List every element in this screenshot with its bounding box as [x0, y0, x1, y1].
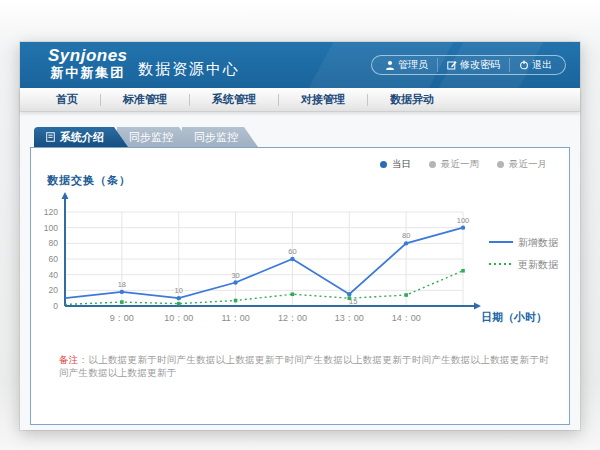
nav-item-2[interactable]: 系统管理 [190, 92, 278, 107]
data-point [404, 241, 408, 245]
x-tick-label: 9：00 [110, 313, 134, 323]
data-point [404, 293, 408, 297]
chart: 0204060801001209：0010：0011：0012：0013：001… [31, 190, 569, 364]
x-tick-label: 10：00 [164, 313, 193, 323]
power-icon [519, 60, 529, 70]
y-tick-label: 60 [49, 254, 59, 264]
y-tick-label: 120 [44, 207, 58, 217]
document-icon [46, 132, 55, 142]
chart-x-axis-title: 日期（小时） [481, 311, 547, 324]
data-point [177, 296, 181, 300]
data-point [234, 299, 238, 303]
radio-label: 当日 [392, 158, 411, 171]
y-tick-label: 40 [49, 270, 59, 280]
brand-logo-en: Synjones [48, 47, 128, 66]
page-title: 数据资源中心 [138, 60, 240, 79]
radio-selected-icon [380, 161, 387, 168]
user-icon [385, 60, 395, 70]
footnote-text: ：以上数据更新于时间产生数据以上数据更新于时间产生数据以上数据更新于时间产生数据… [59, 354, 549, 378]
data-point [177, 302, 181, 306]
radio-label: 最近一周 [441, 158, 479, 171]
data-point [461, 269, 465, 273]
x-tick-label: 13：00 [335, 313, 364, 323]
footnote: 备注：以上数据更新于时间产生数据以上数据更新于时间产生数据以上数据更新于时间产生… [59, 354, 555, 380]
content-panel: 当日最近一周最近一月 数据交换（条） 0204060801001209：0010… [30, 147, 570, 425]
tab-1[interactable]: 同步监控 [117, 127, 193, 147]
current-user[interactable]: 管理员 [376, 58, 437, 72]
x-tick-label: 14：00 [392, 313, 421, 323]
data-point-label: 100 [457, 216, 470, 225]
data-point [347, 296, 351, 300]
data-point-label: 18 [118, 280, 126, 289]
change-password-label: 修改密码 [460, 58, 500, 72]
x-axis-arrow-icon [474, 303, 481, 310]
radio-option-2[interactable]: 最近一月 [497, 158, 547, 171]
logout-label: 退出 [532, 58, 552, 72]
tab-label: 同步监控 [194, 130, 238, 145]
data-point [290, 257, 294, 261]
footnote-prefix: 备注 [59, 354, 79, 365]
legend-label: 更新数据 [518, 259, 559, 270]
y-tick-label: 80 [49, 238, 59, 248]
tab-0[interactable]: 系统介绍 [34, 127, 128, 147]
nav-menu: 首页标准管理系统管理对接管理数据异动 [20, 88, 580, 112]
data-point [461, 225, 465, 229]
edit-icon [447, 60, 457, 70]
app-window: Synjones 新中新集团 数据资源中心 管理员 修改密码 退出 [20, 42, 580, 430]
y-tick-label: 0 [53, 301, 58, 311]
radio-label: 最近一月 [509, 158, 547, 171]
app-header: Synjones 新中新集团 数据资源中心 管理员 修改密码 退出 [20, 42, 580, 88]
current-user-label: 管理员 [398, 58, 428, 72]
data-point [120, 300, 124, 304]
time-range-radio-group: 当日最近一周最近一月 [380, 158, 547, 171]
tab-label: 同步监控 [129, 130, 173, 145]
x-tick-label: 12：00 [278, 313, 307, 323]
radio-unselected-icon [497, 161, 504, 168]
chart-y-axis-title: 数据交换（条） [47, 173, 131, 188]
nav-item-1[interactable]: 标准管理 [101, 92, 189, 107]
y-tick-label: 20 [49, 285, 59, 295]
brand-logo-cn: 新中新集团 [48, 66, 128, 80]
nav-item-4[interactable]: 数据异动 [368, 92, 456, 107]
legend-label: 新增数据 [518, 237, 559, 248]
radio-option-0[interactable]: 当日 [380, 158, 411, 171]
y-axis-arrow-icon [62, 192, 69, 199]
brand-logo: Synjones 新中新集团 [48, 47, 128, 80]
logout-button[interactable]: 退出 [509, 58, 561, 72]
y-tick-label: 100 [44, 223, 58, 233]
data-point-label: 80 [402, 231, 410, 240]
tab-label: 系统介绍 [60, 130, 104, 145]
data-point-label: 10 [175, 286, 183, 295]
nav-item-0[interactable]: 首页 [34, 92, 100, 107]
data-point-label: 30 [231, 271, 239, 280]
tabs: 系统介绍同步监控同步监控 [34, 127, 258, 147]
tab-2[interactable]: 同步监控 [182, 127, 258, 147]
change-password-button[interactable]: 修改密码 [437, 58, 509, 72]
data-point [233, 280, 237, 284]
radio-option-1[interactable]: 最近一周 [429, 158, 479, 171]
x-tick-label: 11：00 [221, 313, 249, 323]
data-point [291, 292, 295, 296]
data-point [347, 292, 351, 296]
data-point-label: 60 [288, 247, 296, 256]
line-chart: 0204060801001209：0010：0011：0012：0013：001… [31, 190, 569, 360]
radio-unselected-icon [429, 161, 436, 168]
user-toolbar: 管理员 修改密码 退出 [371, 55, 566, 75]
data-point [120, 290, 124, 294]
nav-item-3[interactable]: 对接管理 [279, 92, 367, 107]
